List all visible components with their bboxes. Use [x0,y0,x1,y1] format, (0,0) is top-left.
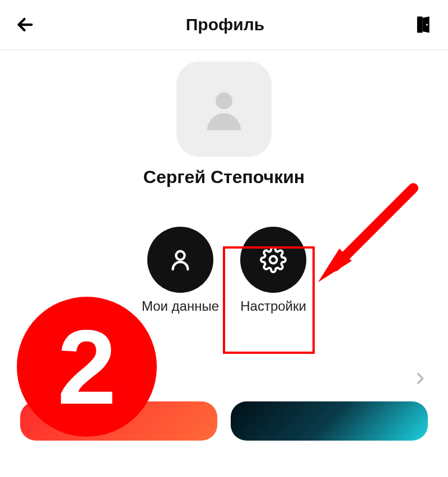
annotation-arrow-icon [312,177,424,283]
annotation-step-badge: 2 [17,297,157,437]
arrow-left-icon [16,15,35,34]
page-title: Профиль [186,15,264,34]
svg-line-6 [335,188,413,266]
svg-point-3 [216,92,232,109]
chevron-right-icon [412,371,428,386]
my-data-button[interactable]: Мои данные [142,227,219,314]
avatar[interactable] [176,62,272,157]
promo-card-2[interactable] [231,401,428,441]
logout-button[interactable] [416,15,432,34]
exit-door-icon [416,15,432,34]
svg-rect-1 [417,16,423,32]
annotation-highlight-box [223,246,315,354]
person-placeholder-icon [199,84,249,134]
profile-name: Сергей Степочкин [143,167,305,188]
back-button[interactable] [16,15,35,34]
my-data-label: Мои данные [142,298,219,314]
svg-point-4 [176,251,184,260]
person-icon [167,247,193,273]
annotation-step-number: 2 [57,306,116,428]
svg-point-2 [426,24,428,25]
profile-block: Сергей Степочкин [0,62,448,188]
header-bar: Профиль [0,0,448,50]
